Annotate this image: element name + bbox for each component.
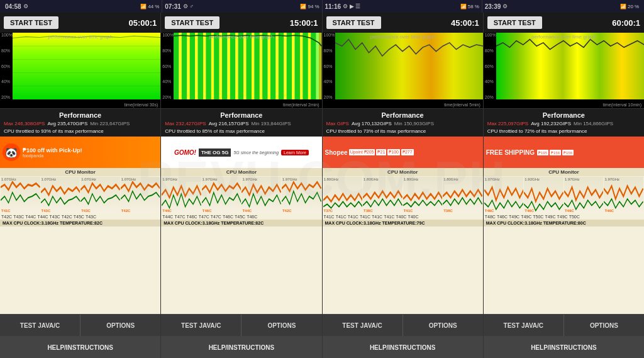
cpu-monitor-2: CPU Monitor 1.97GHz T44C: [161, 168, 321, 314]
core-freq-1-4: 1.07GHz: [121, 177, 136, 181]
svg-rect-32: [279, 33, 284, 99]
help-btn-4[interactable]: HELP/INSTRUCTIONS: [484, 337, 644, 358]
bottom-row-3b: HELP/INSTRUCTIONS: [323, 336, 483, 358]
help-btn-3[interactable]: HELP/INSTRUCTIONS: [323, 337, 483, 358]
options-btn-1[interactable]: OPTIONS: [80, 315, 160, 336]
graph-section-4: performance over time graph 100% 80% 60%…: [484, 33, 644, 108]
time-3: 11:16: [325, 3, 341, 10]
max-stat-2: Max 232,427GIPS: [165, 120, 206, 127]
graph-x-label-3: time(interval 5min): [444, 103, 480, 107]
svg-rect-44: [335, 33, 483, 99]
graph-label-2: performance over time graph: [209, 34, 274, 40]
bottom-row-1b: HELP/INSTRUCTIONS: [0, 336, 160, 358]
throttle-text-3: CPU throttled to 73% of its max performa…: [326, 128, 479, 134]
graph-label-1: performance over time graph: [48, 34, 113, 40]
svg-rect-22: [238, 33, 244, 99]
svg-rect-8: [182, 33, 187, 99]
test-java-btn-2[interactable]: TEST JAVA/C: [161, 315, 242, 336]
perf-section-1: Performance Max 246,308GIPS Avg 235,470G…: [0, 108, 160, 137]
y-labels-3: 100% 80% 60% 40% 20%: [324, 33, 335, 99]
perf-title-3: Performance: [326, 111, 479, 119]
svg-rect-30: [270, 33, 276, 99]
panel-1-header: START TEST 05:00:1: [0, 13, 160, 33]
cpu-core-1-1: 1.07GHz T41C: [1, 177, 40, 213]
max-stat-3: Max GIPS: [326, 120, 349, 127]
cpu-monitor-header-2: CPU Monitor: [161, 168, 321, 176]
cpu-monitor-1: CPU Monitor 1.07GHz T41C: [0, 168, 160, 314]
cpu-footer-1: MAX CPU CLOCK:3.18GHz TEMPERATURE:82C: [0, 220, 160, 227]
cpu-core-3-1: 1.80GHz T37C: [323, 177, 363, 213]
core-graph-1-3: [80, 177, 120, 213]
graph-canvas-4: [496, 33, 644, 99]
core-graph-1-1: [1, 177, 40, 213]
cpu-core-4-4: 1.97GHz T46C: [604, 177, 643, 213]
options-btn-4[interactable]: OPTIONS: [564, 315, 644, 336]
y-labels-2: 100% 80% 60% 40% 20%: [162, 33, 174, 99]
core-freq-1-3: 1.07GHz: [81, 177, 96, 181]
graph-x-label-4: time(interval 10min): [603, 103, 641, 107]
battery-3: 📶 58%: [460, 4, 479, 9]
svg-rect-38: [303, 33, 309, 99]
cpu-monitor-4: CPU Monitor 1.07GHz T46C: [484, 168, 644, 314]
svg-rect-23: [243, 33, 246, 99]
test-java-btn-4[interactable]: TEST JAVA/C: [484, 315, 564, 336]
main-content: START TEST 05:00:1 performance over time…: [0, 13, 644, 358]
svg-rect-31: [276, 33, 279, 99]
svg-rect-26: [255, 33, 260, 99]
svg-rect-25: [252, 33, 254, 99]
graph-canvas-2: [174, 33, 321, 99]
start-test-button-2[interactable]: START TEST: [165, 16, 219, 29]
gomo-label: GOMO!: [174, 149, 196, 156]
svg-rect-24: [247, 33, 252, 99]
min-stat-4: Min 154,866GIPS: [574, 120, 613, 127]
test-java-btn-3[interactable]: TEST JAVA/C: [323, 315, 403, 336]
svg-rect-35: [292, 33, 294, 99]
options-btn-2[interactable]: OPTIONS: [242, 315, 321, 336]
avg-stat-1: Avg 235,470GIPS: [47, 120, 87, 127]
graph-canvas-3: [335, 33, 483, 99]
cpu-monitor-3: CPU Monitor 1.80GHz T37C: [323, 168, 483, 314]
avg-stat-3: Avg 170,132GIPS: [352, 120, 392, 127]
cpu-core-1-4: 1.07GHz T42C: [121, 177, 160, 213]
test-java-btn-1[interactable]: TEST JAVA/C: [0, 315, 80, 336]
panda-icon: 🐼: [3, 143, 20, 161]
cpu-core-4-3: 1.97GHz T49C: [564, 177, 604, 213]
avg-stat-2: Avg 216,157GIPS: [209, 120, 249, 127]
ad-section-3: Shopee Upoint ₱205 ₱21 ₱100 ₱277: [323, 137, 483, 168]
start-test-button-1[interactable]: START TEST: [4, 16, 58, 29]
panel-4: START TEST 60:00:1 performance over time…: [484, 13, 644, 358]
y-labels-1: 100% 80% 60% 40% 20%: [1, 33, 13, 99]
perf-stats-1: Max 246,308GIPS Avg 235,470GIPS Min 223,…: [4, 120, 157, 127]
cpu-core-2-3: 1.97GHz T44C: [242, 177, 281, 213]
cpu-monitor-header-4: CPU Monitor: [484, 168, 644, 176]
max-stat-4: Max 225,097GIPS: [487, 120, 528, 127]
cpu-monitor-header-3: CPU Monitor: [323, 168, 483, 176]
svg-rect-18: [222, 33, 228, 99]
core-temp-1-4: T42C: [121, 209, 131, 213]
bottom-row-4a: TEST JAVA/C OPTIONS: [484, 314, 644, 336]
time-1: 04:58: [5, 3, 21, 10]
svg-rect-10: [190, 33, 196, 99]
svg-rect-6: [174, 33, 179, 99]
perf-graph-svg-4: [496, 33, 644, 99]
options-btn-3[interactable]: OPTIONS: [403, 315, 483, 336]
max-stat-1: Max 246,308GIPS: [4, 120, 45, 127]
cpu-core-4-2: 1.92GHz T46C: [524, 177, 564, 213]
help-btn-2[interactable]: HELP/INSTRUCTIONS: [161, 337, 321, 358]
svg-rect-20: [230, 33, 236, 99]
time-4: 23:39: [485, 3, 501, 10]
perf-title-1: Performance: [4, 111, 157, 119]
help-btn-1[interactable]: HELP/INSTRUCTIONS: [0, 337, 160, 358]
start-test-button-3[interactable]: START TEST: [326, 16, 381, 29]
throttle-text-1: CPU throttled to 93% of its max performa…: [4, 128, 157, 134]
graph-label-4: performance over time graph: [531, 34, 596, 40]
svg-rect-9: [187, 33, 190, 99]
cpu-temps-row-2: T44C T47C T46C T47C T47C T46C T45C T46C: [161, 214, 321, 220]
panel-1: START TEST 05:00:1 performance over time…: [0, 13, 161, 358]
cpu-core-1-2: 1.07GHz T43C: [41, 177, 80, 213]
cpu-core-1-3: 1.07GHz T43C: [80, 177, 120, 213]
cpu-cores-1: 1.07GHz T41C 1.07GHz T43C: [0, 176, 160, 214]
start-test-button-4[interactable]: START TEST: [487, 16, 542, 29]
cpu-temps-row-3: T41C T41C T41C T41C T41C T41C T40C T40C: [323, 214, 483, 220]
bottom-bar-2: TEST JAVA/C OPTIONS HELP/INSTRUCTIONS: [161, 314, 321, 358]
